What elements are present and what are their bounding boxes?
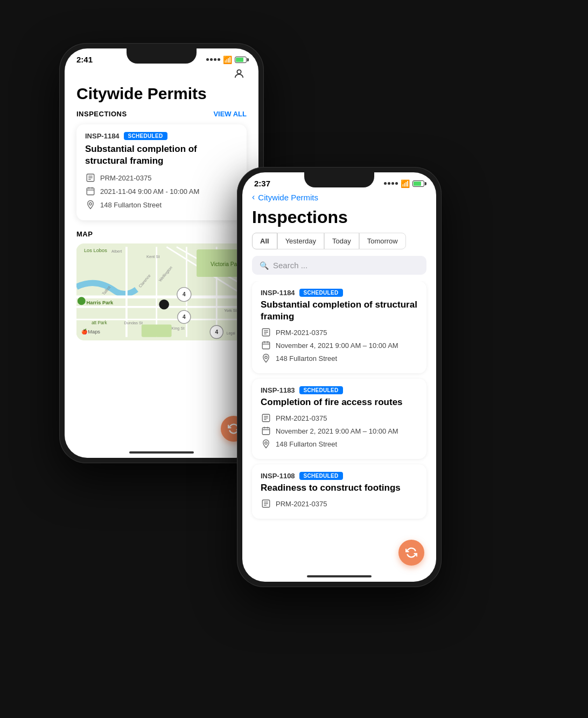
p2-date-icon-2 (261, 426, 271, 436)
scene: 2:41 📶 (0, 0, 588, 718)
filter-tabs: All Yesterday Today Tomorrow (242, 233, 436, 256)
search-placeholder: Search ... (273, 261, 307, 270)
date-icon-1 (85, 186, 96, 197)
back-label[interactable]: Citywide Permits (258, 193, 318, 202)
p2-detail-addr-2: 148 Fullarton Street (261, 438, 418, 449)
p2-card-top-1: INSP-1184 SCHEDULED (261, 289, 418, 297)
p1-header (76, 66, 247, 81)
svg-rect-48 (262, 342, 270, 349)
svg-text:att Park: att Park (92, 320, 108, 326)
inspection-card-p2-1[interactable]: INSP-1184 SCHEDULED Substantial completi… (252, 281, 426, 373)
inspection-card-1[interactable]: INSP-1184 SCHEDULED Substantial completi… (76, 124, 247, 220)
insp-id-1: INSP-1184 (85, 132, 120, 140)
badge-1: SCHEDULED (124, 132, 167, 140)
status-time-2: 2:37 (254, 179, 270, 188)
svg-rect-57 (262, 428, 270, 435)
p2-card-title-2: Completion of fire access routes (261, 396, 418, 408)
phone-1-content: Citywide Permits INSPECTIONS VIEW ALL IN… (65, 66, 258, 449)
inspections-list: INSP-1184 SCHEDULED Substantial completi… (242, 281, 436, 573)
p2-permit-text-2: PRM-2021-0375 (276, 414, 327, 422)
p2-location-icon-1 (261, 353, 271, 364)
svg-point-23 (159, 299, 169, 310)
permit-icon-1 (85, 172, 96, 183)
permit-text-1: PRM-2021-0375 (100, 174, 151, 182)
section-title-1: INSPECTIONS (76, 110, 127, 118)
p2-detail-permit-1: PRM-2021-0375 (261, 327, 418, 338)
p2-date-text-1: November 4, 2021 9:00 AM – 10:00 AM (276, 341, 398, 350)
fab-button-2[interactable] (398, 540, 424, 566)
p2-badge-3: SCHEDULED (299, 472, 343, 480)
inspection-card-p2-2[interactable]: INSP-1183 SCHEDULED Completion of fire a… (252, 379, 426, 459)
filter-today[interactable]: Today (324, 233, 359, 249)
svg-text:🍎Maps: 🍎Maps (81, 329, 100, 335)
p2-page-title: Inspections (242, 206, 436, 233)
svg-rect-22 (142, 325, 172, 337)
p2-date-text-2: November 2, 2021 9:00 AM – 10:00 AM (276, 427, 398, 435)
p2-permit-icon-3 (261, 498, 271, 509)
svg-point-61 (265, 442, 268, 445)
p2-insp-id-1: INSP-1184 (261, 289, 295, 297)
svg-point-52 (265, 356, 268, 359)
p2-location-icon-2 (261, 438, 271, 449)
search-bar[interactable]: 🔍 Search ... (252, 256, 426, 275)
date-text-1: 2021-11-04 9:00 AM - 10:00 AM (100, 187, 199, 196)
signal-dots-1 (206, 58, 220, 61)
p2-date-icon-1 (261, 340, 271, 351)
back-arrow[interactable]: ‹ (252, 192, 255, 202)
p2-permit-icon-1 (261, 327, 271, 338)
phone-2-screen: 2:37 📶 ‹ (242, 172, 436, 582)
map-section: MAP (76, 230, 247, 340)
inspection-card-p2-3[interactable]: INSP-1108 SCHEDULED Readiness to constru… (252, 464, 426, 519)
svg-point-9 (89, 203, 92, 205)
svg-text:Dundas St: Dundas St (124, 321, 143, 326)
p2-permit-text-1: PRM-2021-0375 (276, 329, 327, 337)
p2-insp-id-3: INSP-1108 (261, 472, 295, 480)
dot1 (206, 58, 209, 61)
notch-1 (127, 48, 197, 64)
phone-1-screen: 2:41 📶 (65, 48, 258, 458)
phone-2: 2:37 📶 ‹ (237, 167, 442, 587)
section-header-1: INSPECTIONS VIEW ALL (76, 110, 247, 118)
p2-card-top-2: INSP-1183 SCHEDULED (261, 386, 418, 394)
dot2 (210, 58, 213, 61)
battery-fill-2 (414, 182, 421, 186)
svg-text:Albert: Albert (111, 249, 122, 254)
card-title-1: Substantial completion of structural fra… (85, 143, 238, 167)
p2-card-title-1: Substantial completion of structural fra… (261, 299, 418, 323)
svg-text:Legal: Legal (227, 331, 235, 336)
user-icon[interactable] (232, 66, 247, 81)
svg-text:4: 4 (183, 292, 186, 298)
filter-tomorrow[interactable]: Tomorrow (359, 233, 406, 249)
filter-all[interactable]: All (252, 233, 277, 249)
svg-text:King St: King St (172, 326, 185, 331)
wifi-icon-1: 📶 (223, 55, 232, 64)
p2-addr-text-2: 148 Fullarton Street (276, 440, 337, 448)
status-icons-1: 📶 (206, 55, 247, 64)
p1-app-title: Citywide Permits (76, 85, 247, 102)
svg-text:Kent St: Kent St (146, 254, 159, 259)
svg-text:York St: York St (224, 308, 237, 313)
notch-2 (304, 172, 374, 187)
p2-addr-text-1: 148 Fullarton Street (276, 354, 337, 363)
filter-yesterday[interactable]: Yesterday (277, 233, 324, 249)
card-detail-permit-1: PRM-2021-0375 (85, 172, 238, 183)
p2-badge-1: SCHEDULED (299, 289, 343, 297)
map-container[interactable]: Victoria Park 4 4 4 Harr (76, 243, 247, 340)
map-label: MAP (76, 230, 247, 238)
p2-detail-permit-2: PRM-2021-0375 (261, 413, 418, 423)
address-text-1: 148 Fullarton Street (100, 201, 162, 209)
status-time-1: 2:41 (76, 55, 93, 64)
p2-detail-date-2: November 2, 2021 9:00 AM – 10:00 AM (261, 426, 418, 436)
dot4 (218, 58, 220, 61)
card-detail-date-1: 2021-11-04 9:00 AM - 10:00 AM (85, 186, 238, 197)
svg-text:4: 4 (215, 329, 218, 335)
p2-card-title-3: Readiness to construct footings (261, 482, 418, 494)
svg-point-0 (237, 70, 241, 74)
svg-text:4: 4 (183, 314, 186, 320)
signal-dots-2 (384, 182, 398, 185)
phone-1: 2:41 📶 (59, 43, 264, 463)
view-all-button[interactable]: VIEW ALL (213, 110, 247, 118)
card-detail-address-1: 148 Fullarton Street (85, 199, 238, 210)
p2-badge-2: SCHEDULED (299, 386, 343, 394)
svg-text:Harris Park: Harris Park (87, 300, 114, 305)
